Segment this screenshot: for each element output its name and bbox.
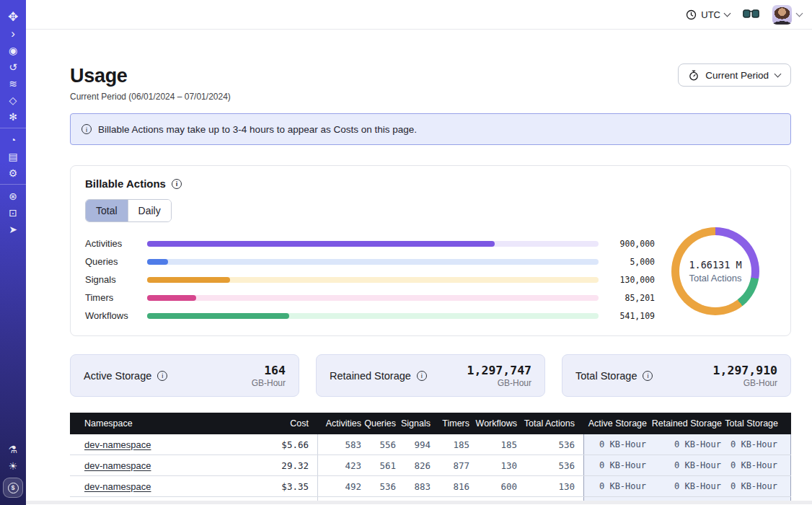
sidebar-bottom-nav: ⚗☀$: [0, 441, 26, 505]
asterisk-icon[interactable]: ✻: [3, 108, 23, 125]
bar-row-workflows: Workflows541,109: [85, 307, 655, 325]
bar-row-signals: Signals130,000: [85, 271, 655, 289]
bar-label: Queries: [85, 256, 136, 267]
expand-chevron-icon[interactable]: ›: [3, 25, 23, 42]
page-subtitle: Current Period (06/01/2024 – 07/01/2024): [70, 92, 231, 102]
bar-value: 85,201: [610, 293, 655, 303]
total-storage-cell: 0 KB-Hour: [721, 460, 777, 470]
lab-flask-icon[interactable]: ⚗: [3, 441, 23, 457]
period-selector-label: Current Period: [705, 70, 769, 81]
active-storage-cell: 0 KB-Hour: [583, 481, 646, 491]
chevron-down-icon: [724, 10, 731, 17]
col-header-cost: Cost: [233, 413, 318, 434]
layers-icon[interactable]: ≋: [3, 75, 23, 92]
namespace-usage-table: NamespaceCostActivitiesQueriesSignalsTim…: [70, 413, 791, 501]
bar-fill: [147, 241, 495, 247]
namespace-link[interactable]: dev-namespace: [84, 460, 151, 471]
storage-card-label: Retained Storage: [330, 370, 411, 382]
storage-summary-row: Active Storagei164GB-HourRetained Storag…: [70, 354, 791, 397]
timers-cell: 877: [431, 460, 469, 471]
billing-card-icon[interactable]: ▤: [3, 148, 23, 164]
queries-cell: 561: [361, 460, 396, 471]
bar-track: [147, 241, 599, 247]
eye-icon[interactable]: ◉: [3, 42, 23, 58]
retained-storage-cell: 0 KB-Hour: [646, 439, 721, 449]
period-selector-button[interactable]: Current Period: [678, 63, 791, 87]
namespace-link[interactable]: dev-namespace: [84, 439, 151, 450]
storage-card-label: Active Storage: [84, 370, 151, 382]
table-row: dev-namespace$3.354925368838166001300 KB…: [70, 476, 791, 497]
support-lifebuoy-icon[interactable]: ⊛: [3, 188, 23, 204]
currency-dollar-icon[interactable]: $: [3, 478, 23, 498]
donut-ring: 1.66131 M Total Actions: [671, 227, 759, 315]
cost-cell: $5.66: [233, 434, 318, 454]
workflows-cell: 130: [469, 460, 517, 471]
timezone-selector[interactable]: UTC: [686, 9, 730, 20]
queries-cell: 556: [361, 439, 396, 450]
billable-actions-chart: Activities900,000Queries5,000Signals130,…: [85, 234, 776, 325]
info-banner-text: Billable Actions may take up to 3-4 hour…: [98, 124, 417, 135]
col-header: Workflows: [469, 418, 517, 429]
cost-cell: $3.35: [233, 476, 318, 496]
storage-card-unit: GB-Hour: [467, 378, 531, 388]
bar-fill: [147, 277, 230, 283]
info-icon[interactable]: i: [172, 179, 182, 189]
temporal-logo-icon[interactable]: ✥: [3, 9, 23, 25]
info-icon[interactable]: i: [157, 371, 167, 381]
page-title: Usage: [70, 63, 231, 88]
retained-storage-cell: 0 KB-Hour: [646, 460, 721, 470]
bar-value: 900,000: [610, 239, 655, 249]
workflows-cell: 600: [469, 481, 517, 492]
timers-cell: 816: [431, 481, 469, 492]
history-icon[interactable]: ↺: [3, 58, 23, 75]
bar-track: [147, 277, 599, 283]
col-header: Total Actions: [517, 418, 575, 429]
cube-icon[interactable]: ◇: [3, 92, 23, 108]
signals-cell: 883: [396, 481, 431, 492]
usage-gauge-icon[interactable]: ◔: [3, 131, 23, 148]
theme-sun-icon[interactable]: ☀: [3, 457, 23, 474]
clock-icon: [686, 9, 697, 20]
total-actions-cell: 130: [517, 481, 575, 492]
retained-storage-cell: 0 KB-Hour: [646, 481, 721, 491]
bar-track: [147, 259, 599, 265]
timezone-label: UTC: [701, 9, 720, 20]
donut-center: 1.66131 M Total Actions: [679, 235, 751, 307]
storage-card-total-storage: Total Storagei1,297,910GB-Hour: [562, 354, 791, 397]
app-window: ✥›◉↺≋◇✻◔▤⚙⊛⊡➤ ⚗☀$ UTC: [0, 0, 812, 505]
bar-value: 541,109: [610, 311, 655, 321]
bar-track: [147, 295, 599, 301]
page-head: Usage Current Period (06/01/2024 – 07/01…: [70, 63, 791, 102]
storage-card-unit: GB-Hour: [713, 378, 777, 388]
terminal-icon[interactable]: ⊡: [3, 204, 23, 221]
activities-cell: 583: [318, 439, 361, 450]
user-menu[interactable]: [772, 5, 802, 25]
chevron-down-icon: [796, 10, 803, 17]
chevron-down-icon: [775, 71, 782, 78]
namespace-link[interactable]: dev-namespace: [84, 481, 151, 492]
bar-fill: [147, 259, 168, 265]
billable-actions-title: Billable Actions i: [85, 177, 776, 190]
col-header: Active Storage: [583, 418, 647, 429]
sidebar: ✥›◉↺≋◇✻◔▤⚙⊛⊡➤ ⚗☀$: [0, 0, 26, 505]
tab-daily[interactable]: Daily: [128, 200, 171, 221]
bar-label: Signals: [85, 274, 136, 285]
info-icon[interactable]: i: [643, 371, 653, 381]
glasses-button[interactable]: [743, 9, 759, 19]
donut-chart: 1.66131 M Total Actions: [655, 227, 776, 315]
active-storage-cell: 0 KB-Hour: [583, 439, 646, 449]
bar-value: 5,000: [610, 257, 655, 267]
total-actions-cell: 536: [517, 439, 575, 450]
activities-cell: 492: [318, 481, 361, 492]
tab-total[interactable]: Total: [86, 200, 128, 221]
col-header: Activities: [318, 418, 361, 429]
info-icon[interactable]: i: [417, 371, 427, 381]
bottom-strip: [26, 501, 812, 504]
workflows-cell: 185: [469, 439, 517, 450]
total-actions-cell: 536: [517, 460, 575, 471]
timers-cell: 185: [431, 439, 469, 450]
settings-gear-icon[interactable]: ⚙: [3, 164, 23, 181]
storage-card-label: Total Storage: [575, 370, 637, 382]
rocket-icon[interactable]: ➤: [3, 221, 23, 237]
info-icon: i: [81, 124, 92, 134]
